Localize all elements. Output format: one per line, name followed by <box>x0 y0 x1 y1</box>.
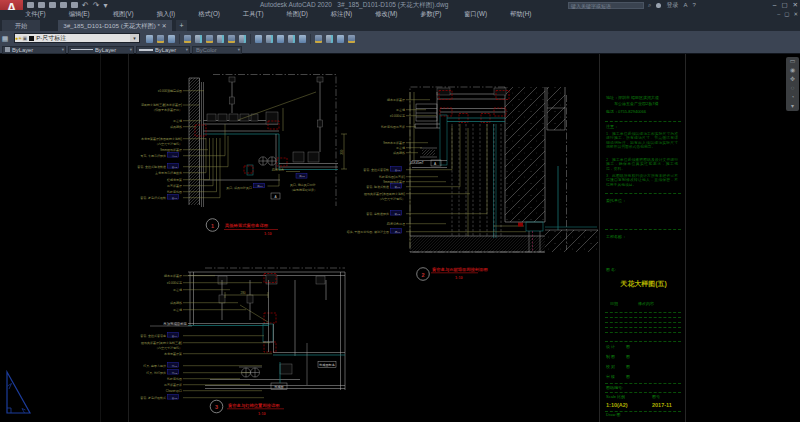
on-layer-icon[interactable] <box>239 35 246 43</box>
leader-label: 窗帘, 罗马杆式双轨 <box>140 196 166 200</box>
menu-edit[interactable]: 编辑(E) <box>69 10 90 18</box>
lock-layer-icon[interactable] <box>217 35 224 43</box>
freeze-layer-icon[interactable] <box>195 35 202 43</box>
revision-col-date: 日期 <box>610 302 618 307</box>
layer-color-swatch <box>29 36 34 41</box>
sheet-number-label: 图纸编号: <box>606 386 623 391</box>
tab-document[interactable]: 3#_185_D101-D105 (天花大样图) * ✕ <box>58 20 172 31</box>
leader-label: 细木工板基层 <box>164 274 182 278</box>
layer-translate-icon[interactable] <box>337 35 344 43</box>
leader-label: 墙体, 干挂石材饰面, 做法详立面 <box>346 230 389 234</box>
layer-tools[interactable] <box>146 34 355 44</box>
restore-button[interactable]: ▢ <box>781 1 787 9</box>
doc-close-button[interactable]: ✕ <box>793 11 798 17</box>
layer-properties-icon[interactable]: ▦ <box>1 34 9 43</box>
isolate-layer-icon[interactable] <box>184 35 191 43</box>
menu-modify[interactable]: 修改(M) <box>375 10 397 18</box>
leader-label: 280 <box>240 291 245 295</box>
orbit-icon[interactable]: ◔ <box>791 93 795 102</box>
layer-state-icon[interactable] <box>315 35 322 43</box>
leader-label: （白色烤漆铝材质） <box>290 188 317 192</box>
navigation-bar[interactable]: ▭ ◉ ✥ ◌ ◔ ▾ <box>786 57 799 111</box>
save-as-icon[interactable] <box>60 2 67 8</box>
doc-restore-button[interactable]: ▢ <box>784 11 789 17</box>
detail-scale: 1:10 <box>258 412 266 416</box>
dashed-separator <box>605 317 681 318</box>
color-combo[interactable]: ByLayer ▾ <box>2 46 66 55</box>
menu-parametric[interactable]: 参数(P) <box>420 10 441 18</box>
client-label: 委托单位： <box>606 199 626 204</box>
menu-help[interactable]: 帮助(H) <box>510 10 531 18</box>
detail-1-title: 1 高低错落式窗帘盒详图 1:10 <box>206 219 278 236</box>
undo-icon[interactable]: ↶ <box>82 2 89 9</box>
lineweight-combo[interactable]: ByLayer ▾ <box>136 46 190 55</box>
address-line2: 车公庙五金产业园2栋7楼 <box>614 102 658 107</box>
linetype-sample <box>71 49 93 50</box>
menu-view[interactable]: 视图(V) <box>113 10 134 18</box>
layer-filter-icon[interactable] <box>326 35 333 43</box>
plot-icon[interactable] <box>71 2 78 8</box>
thaw-layer-icon[interactable] <box>228 35 235 43</box>
unisolate-layer-icon[interactable] <box>299 35 306 43</box>
signin-icon[interactable] <box>656 3 661 8</box>
field-draft-value: 图 <box>626 355 630 360</box>
help-icon[interactable]: ? <box>692 2 695 8</box>
off-layer-icon[interactable] <box>206 35 213 43</box>
menu-tools[interactable]: 工具(T) <box>243 10 264 18</box>
quick-access-toolbar[interactable]: ↶ ↷ ▾ <box>27 2 107 9</box>
field-check-value: 图 <box>626 365 630 370</box>
menu-draw[interactable]: 绘图(D) <box>287 10 308 18</box>
redo-icon[interactable]: ↷ <box>93 2 100 9</box>
tab-new-icon[interactable]: + <box>176 20 187 31</box>
save-icon[interactable] <box>49 2 56 8</box>
leader-label: 天花, 专用吊杆配件 <box>140 154 166 158</box>
leader-label: 工艺缝 <box>173 288 182 292</box>
tab-start[interactable]: 开始 <box>2 20 40 31</box>
menu-file[interactable]: 文件(F) <box>25 10 46 18</box>
menu-format[interactable]: 格式(O) <box>198 10 220 18</box>
color-swatch <box>5 47 10 52</box>
layer-states-icon[interactable] <box>168 35 175 43</box>
linetype-combo[interactable]: ByLayer ▾ <box>68 46 134 55</box>
minimize-button[interactable]: – <box>773 1 777 9</box>
titlebar: A ↶ ↷ ▾ Autodesk AutoCAD 2020 3#_185_D10… <box>0 0 800 10</box>
prev-layer-icon[interactable] <box>157 35 164 43</box>
walk-layer-icon[interactable] <box>255 35 262 43</box>
search-input[interactable]: 键入关键字或短语 <box>568 2 644 9</box>
pan-icon[interactable]: ✥ <box>790 75 795 84</box>
doc-minimize-button[interactable]: – <box>777 11 780 17</box>
dashed-separator <box>605 229 681 230</box>
fixture-block <box>218 114 227 121</box>
tab-close-icon[interactable]: ✕ <box>162 22 167 29</box>
scale-label: Scale 比例 <box>606 395 625 400</box>
steering-wheel-icon[interactable]: ◉ <box>790 66 795 75</box>
menu-insert[interactable]: 插入(I) <box>157 10 176 18</box>
leader-label: 45度切角 <box>272 168 284 172</box>
layer-combo-arrow[interactable]: ▾ <box>130 34 139 42</box>
leader-label: 乳胶漆饰面(石膏板) <box>378 175 405 179</box>
vpfreeze-layer-icon[interactable] <box>266 35 273 43</box>
fixture-block <box>229 114 238 121</box>
layer-match-icon[interactable] <box>348 35 355 43</box>
qat-dropdown-icon[interactable]: ▾ <box>103 2 107 9</box>
cad-line <box>422 150 435 156</box>
search-icon[interactable]: ⌕ <box>648 2 651 9</box>
menu-dimension[interactable]: 标注(N) <box>331 10 352 18</box>
merge-layer-icon[interactable] <box>277 35 284 43</box>
navbar-more-icon[interactable]: ▾ <box>791 102 794 111</box>
layer-combo[interactable]: ● ☀ ▣ P-尺寸标注 ▾ <box>14 33 140 43</box>
set-square-logo <box>7 372 30 413</box>
zoom-icon[interactable]: ◌ <box>791 84 795 93</box>
appstore-icon[interactable]: A <box>683 2 687 8</box>
fullnav-wheel-icon[interactable]: ▭ <box>790 57 796 66</box>
delete-layer-icon[interactable] <box>288 35 295 43</box>
material-tag-label: 灯02 <box>172 371 178 375</box>
signin-label[interactable]: 登录 <box>666 1 678 10</box>
menu-window[interactable]: 窗口(W) <box>464 10 487 18</box>
cad-line <box>545 230 598 252</box>
close-button[interactable]: ✕ <box>793 1 798 9</box>
new-file-icon[interactable] <box>27 2 34 8</box>
detail-title: 窗帘盒与灯槽位置相接详图 <box>228 402 280 409</box>
open-file-icon[interactable] <box>38 2 45 8</box>
match-layer-icon[interactable] <box>146 35 153 43</box>
